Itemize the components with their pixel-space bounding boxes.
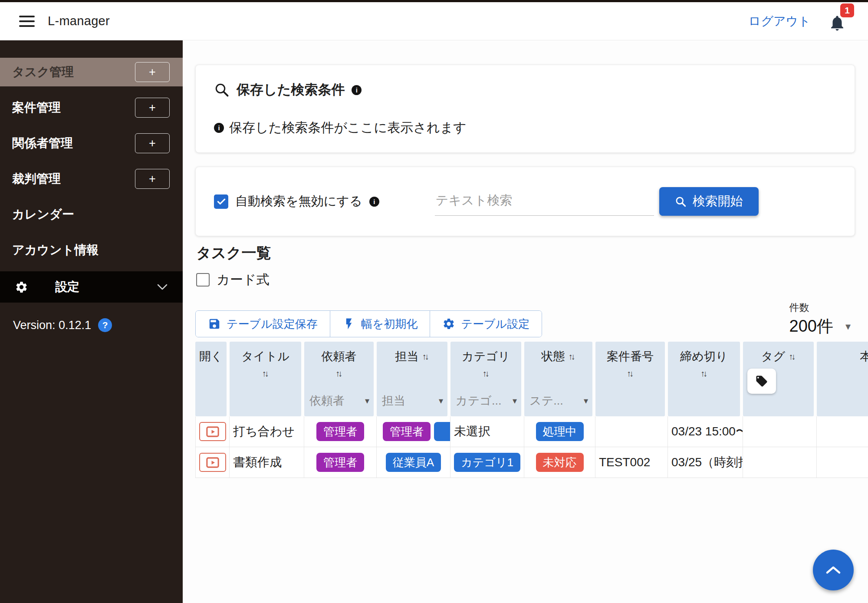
chevron-down-icon: ▾ — [439, 395, 443, 406]
add-case-button[interactable]: + — [135, 98, 170, 118]
sidebar-item-label: 関係者管理 — [12, 135, 73, 152]
saved-search-empty: i 保存した検索条件がここに表示されます — [214, 119, 836, 137]
sidebar-item-trial-management[interactable]: 裁判管理 + — [0, 165, 183, 193]
sidebar-item-case-management[interactable]: 案件管理 + — [0, 93, 183, 122]
task-title: 打ち合わせ — [233, 423, 295, 440]
version-row: Version: 0.12.1 ? — [0, 303, 183, 332]
table-row: 書類作成 管理者 従業員A カテゴリ1 未対応 TEST002 03/25（時刻… — [195, 447, 868, 478]
assignee-chip[interactable]: 管理者 — [383, 422, 431, 442]
chevron-down-icon — [157, 283, 168, 290]
sidebar-item-party-management[interactable]: 関係者管理 + — [0, 129, 183, 158]
status-chip[interactable]: 未対応 — [536, 453, 584, 472]
save-icon — [208, 317, 221, 330]
sort-icon[interactable]: ↑↓ — [422, 352, 429, 362]
table-settings-button[interactable]: テーブル設定 — [430, 311, 542, 337]
case-number: TEST002 — [599, 455, 650, 469]
info-icon[interactable]: i — [369, 197, 379, 207]
sidebar: タスク管理 + 案件管理 + 関係者管理 + 裁判管理 + カレンダー アカウン… — [0, 40, 183, 603]
column-header-open[interactable]: 開く — [195, 342, 227, 416]
sort-icon[interactable]: ↑↓ — [700, 369, 707, 378]
gear-icon — [15, 280, 28, 294]
add-trial-button[interactable]: + — [135, 169, 170, 189]
status-filter-select[interactable]: ステ... ▾ — [529, 393, 588, 409]
chevron-up-icon — [825, 566, 842, 574]
saved-search-card: 保存した検索条件 i i 保存した検索条件がここに表示されます — [195, 65, 855, 153]
sidebar-item-label: 裁判管理 — [12, 171, 61, 187]
task-title: 書類作成 — [233, 454, 282, 471]
tag-icon — [755, 375, 768, 388]
add-task-button[interactable]: + — [135, 62, 170, 82]
card-view-checkbox[interactable]: カード式 — [196, 271, 868, 289]
column-header-body[interactable]: 本文 — [817, 342, 868, 416]
open-task-button[interactable] — [199, 453, 226, 472]
status-chip[interactable]: 処理中 — [536, 422, 584, 442]
open-video-icon — [206, 426, 219, 437]
category-chip[interactable]: カテゴリ1 — [454, 453, 520, 472]
table-header-row: 開く タイトル ↑↓ 依頼者 ↑↓ 依頼者 ▾ 担当↑↓ — [195, 342, 868, 416]
sort-icon[interactable]: ↑↓ — [627, 369, 634, 378]
card-view-label: カード式 — [217, 271, 269, 289]
disable-auto-search-checkbox[interactable]: 自動検索を無効にする i — [214, 193, 379, 210]
sort-icon[interactable]: ↑↓ — [262, 369, 269, 378]
sidebar-item-task-management[interactable]: タスク管理 + — [0, 58, 183, 86]
sidebar-item-label: カレンダー — [12, 206, 74, 223]
row-count-select[interactable]: 件数 200件 ▾ — [789, 301, 851, 337]
sort-icon[interactable]: ↑↓ — [789, 352, 796, 362]
notifications-button[interactable]: 1 — [828, 10, 849, 32]
column-header-deadline[interactable]: 締め切り ↑↓ — [668, 342, 740, 416]
category-text: 未選択 — [454, 423, 490, 440]
notification-badge: 1 — [840, 3, 854, 17]
sidebar-item-calendar[interactable]: カレンダー — [0, 200, 183, 229]
sidebar-item-label: 案件管理 — [12, 99, 61, 116]
sidebar-item-account-info[interactable]: アカウント情報 — [0, 236, 183, 264]
sort-icon[interactable]: ↑↓ — [483, 369, 490, 378]
sort-icon[interactable]: ↑↓ — [335, 369, 342, 378]
topbar-actions: ログアウト 1 — [749, 10, 849, 32]
open-task-button[interactable] — [199, 422, 226, 441]
app-root: L-manager ログアウト 1 タスク管理 + 案件管理 + 関係者管理 + — [0, 0, 868, 603]
version-label: Version: 0.12.1 — [13, 319, 91, 332]
search-start-button[interactable]: 検索開始 — [659, 187, 759, 216]
app-title: L-manager — [48, 14, 110, 28]
info-icon[interactable]: i — [352, 85, 362, 95]
text-search-input[interactable]: テキスト検索 — [435, 188, 654, 216]
column-header-requester[interactable]: 依頼者 ↑↓ 依頼者 ▾ — [304, 342, 374, 416]
chevron-down-icon: ▾ — [513, 395, 517, 406]
saved-search-header: 保存した検索条件 i — [214, 81, 836, 99]
column-header-title[interactable]: タイトル ↑↓ — [230, 342, 301, 416]
requester-chip[interactable]: 管理者 — [316, 453, 364, 472]
assignee-filter-select[interactable]: 担当 ▾ — [382, 393, 443, 409]
main-content: 保存した検索条件 i i 保存した検索条件がここに表示されます 自動検索を無効に… — [183, 40, 868, 603]
requester-chip[interactable]: 管理者 — [316, 422, 364, 442]
column-header-category[interactable]: カテゴリ ↑↓ カテゴ... ▾ — [450, 342, 521, 416]
assignee-chip[interactable]: 従業員A — [386, 453, 441, 472]
deadline-text: 03/23 15:00〜 — [671, 423, 743, 440]
add-party-button[interactable]: + — [135, 133, 170, 153]
logout-link[interactable]: ログアウト — [749, 13, 811, 30]
info-icon: i — [214, 123, 224, 133]
help-icon[interactable]: ? — [98, 318, 112, 332]
reset-width-button[interactable]: 幅を初期化 — [330, 311, 431, 337]
chevron-down-icon: ▾ — [845, 320, 851, 333]
menu-button[interactable] — [19, 16, 35, 27]
column-header-case-number[interactable]: 案件番号 ↑↓ — [595, 342, 665, 416]
checkbox-checked-icon[interactable] — [214, 194, 228, 209]
category-filter-select[interactable]: カテゴ... ▾ — [456, 393, 517, 409]
text-search-placeholder: テキスト検索 — [436, 193, 513, 207]
tag-filter-button[interactable] — [747, 369, 776, 394]
scroll-top-fab[interactable] — [813, 550, 854, 590]
save-table-settings-button[interactable]: テーブル設定保存 — [196, 311, 330, 337]
assignee-chip-partial[interactable] — [434, 422, 450, 441]
sidebar-item-settings[interactable]: 設定 — [0, 271, 183, 303]
chevron-down-icon: ▾ — [365, 395, 369, 406]
sidebar-nav: タスク管理 + 案件管理 + 関係者管理 + 裁判管理 + カレンダー アカウン… — [0, 40, 183, 264]
requester-filter-select[interactable]: 依頼者 ▾ — [309, 393, 369, 409]
deadline-text: 03/25（時刻指 — [671, 454, 743, 471]
checkbox-unchecked-icon[interactable] — [196, 273, 210, 287]
column-header-assignee[interactable]: 担当↑↓ 担当 ▾ — [377, 342, 447, 416]
column-header-status[interactable]: 状態↑↓ ステ... ▾ — [524, 342, 592, 416]
sort-icon[interactable]: ↑↓ — [569, 352, 575, 362]
gear-icon — [442, 317, 455, 330]
column-header-tag[interactable]: タグ↑↓ — [743, 342, 814, 416]
sidebar-item-label: アカウント情報 — [12, 242, 99, 258]
